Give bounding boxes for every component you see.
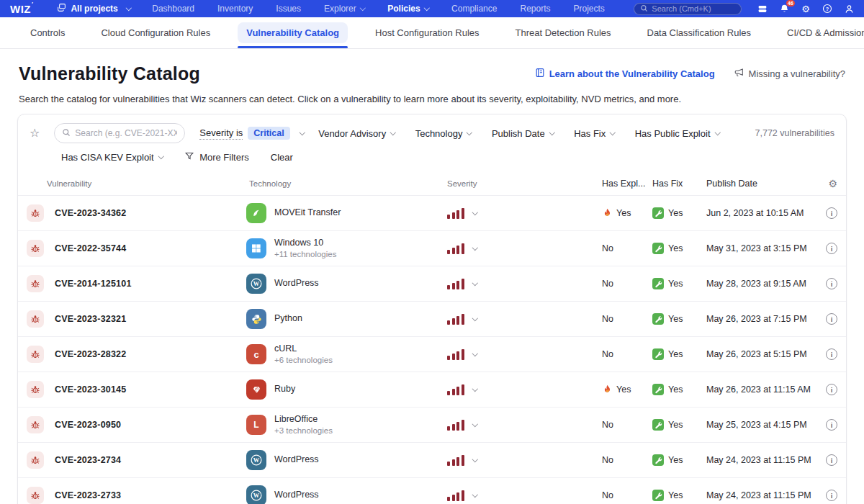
- table-row[interactable]: CVE-2023-34362 MOVEit Transfer Yes Yes J…: [18, 195, 846, 230]
- info-icon[interactable]: i: [826, 313, 837, 325]
- column-publish-date[interactable]: Publish Date: [706, 179, 816, 189]
- severity-cell[interactable]: [447, 420, 602, 431]
- search-icon: [640, 4, 648, 14]
- filter-technology[interactable]: Technology: [415, 128, 472, 139]
- table-row[interactable]: CVE-2023-2734 W WordPress No Yes May 24,…: [18, 442, 846, 477]
- nav-item-compliance[interactable]: Compliance: [451, 4, 497, 14]
- severity-cell[interactable]: [447, 349, 602, 360]
- info-icon[interactable]: i: [826, 348, 837, 360]
- column-vulnerability[interactable]: Vulnerability: [27, 179, 246, 188]
- cve-id[interactable]: CVE-2014-125101: [55, 279, 132, 289]
- filter-severity[interactable]: Severity is Critical: [199, 127, 304, 140]
- chevron-down-icon[interactable]: [472, 456, 477, 462]
- table-row[interactable]: CVE-2023-2733 W WordPress No Yes May 24,…: [18, 477, 846, 504]
- chevron-down-icon[interactable]: [472, 351, 477, 356]
- filter-has-public-exploit[interactable]: Has Public Exploit: [635, 128, 719, 139]
- help-icon[interactable]: ?: [822, 4, 832, 14]
- fix-wrench-icon: [652, 454, 664, 466]
- severity-cell[interactable]: [447, 384, 602, 395]
- has-fix-value: Yes: [668, 243, 683, 253]
- settings-gear-icon[interactable]: ⚙: [801, 4, 810, 14]
- tab-vulnerability-catalog[interactable]: Vulnerability Catalog: [238, 17, 348, 48]
- technology-extra-count: +6 technologies: [274, 355, 333, 365]
- cve-id[interactable]: CVE-2023-32321: [55, 314, 126, 324]
- favorite-star-icon[interactable]: ☆: [30, 127, 40, 139]
- global-search[interactable]: Search (Cmd+K): [634, 3, 742, 15]
- tab-threat-detection-rules[interactable]: Threat Detection Rules: [507, 17, 620, 48]
- wiz-logo[interactable]: WIZ′: [10, 3, 32, 15]
- project-selector[interactable]: All projects: [57, 3, 130, 14]
- severity-cell[interactable]: [447, 208, 602, 219]
- cve-id[interactable]: CVE-2023-2733: [55, 490, 121, 500]
- severity-value-pill[interactable]: Critical: [248, 127, 289, 140]
- column-settings-gear-icon[interactable]: ⚙: [828, 179, 837, 189]
- filter-vendor-advisory[interactable]: Vendor Advisory: [318, 128, 395, 139]
- tab-controls[interactable]: Controls: [22, 17, 73, 48]
- chevron-down-icon[interactable]: [472, 386, 477, 392]
- table-row[interactable]: CVE-2023-32321 Python No Yes May 26, 202…: [18, 301, 846, 336]
- severity-cell[interactable]: [447, 243, 602, 254]
- notifications-bell-icon[interactable]: 46: [780, 4, 789, 14]
- table-row[interactable]: CVE-2014-125101 W WordPress No Yes May 2…: [18, 266, 846, 301]
- severity-cell[interactable]: [447, 490, 602, 501]
- nav-item-dashboard[interactable]: Dashboard: [152, 4, 194, 14]
- filter-has-fix[interactable]: Has Fix: [574, 128, 615, 139]
- chevron-down-icon[interactable]: [472, 315, 477, 321]
- column-technology[interactable]: Technology: [246, 179, 447, 188]
- learn-link[interactable]: Learn about the Vulnerability Catalog: [535, 68, 715, 80]
- column-has-exploit[interactable]: Has Expl...: [602, 179, 652, 189]
- tab-data-classification-rules[interactable]: Data Classification Rules: [639, 17, 760, 48]
- cve-id[interactable]: CVE-2023-28322: [55, 349, 126, 359]
- info-icon[interactable]: i: [826, 207, 837, 219]
- cve-id[interactable]: CVE-2023-0950: [55, 420, 121, 430]
- catalog-search[interactable]: [54, 123, 185, 143]
- table-row[interactable]: CVE-2023-30145 Ruby Yes Yes May 26, 2023…: [18, 372, 846, 407]
- severity-cell[interactable]: [447, 455, 602, 466]
- wordpress-icon: W: [246, 485, 266, 504]
- user-profile-icon[interactable]: [845, 4, 854, 14]
- filter-has-cisa-kev-exploit[interactable]: Has CISA KEV Exploit: [61, 152, 163, 163]
- chevron-down-icon[interactable]: [472, 492, 477, 498]
- more-filters-button[interactable]: More Filters: [184, 151, 249, 163]
- tab-host-configuration-rules[interactable]: Host Configuration Rules: [366, 17, 488, 48]
- integrations-icon[interactable]: [757, 4, 768, 14]
- cve-id[interactable]: CVE-2023-34362: [55, 208, 126, 218]
- tab-ci-cd-admission-policies[interactable]: CI/CD & Admission Policies: [778, 17, 864, 48]
- nav-item-projects[interactable]: Projects: [574, 4, 605, 14]
- chevron-down-icon[interactable]: [472, 210, 477, 215]
- severity-cell[interactable]: [447, 279, 602, 289]
- catalog-search-input[interactable]: [75, 128, 177, 138]
- info-icon[interactable]: i: [826, 384, 837, 395]
- cve-id[interactable]: CVE-2023-2734: [55, 455, 121, 465]
- info-icon[interactable]: i: [826, 454, 837, 466]
- missing-vulnerability-link[interactable]: Missing a vulnerability?: [734, 68, 845, 80]
- nav-item-policies[interactable]: Policies: [387, 4, 428, 14]
- info-icon[interactable]: i: [826, 278, 837, 289]
- column-has-fix[interactable]: Has Fix: [652, 179, 706, 189]
- technology-extra-count: +3 technologies: [274, 426, 333, 436]
- nav-item-issues[interactable]: Issues: [276, 4, 301, 14]
- chevron-down-icon[interactable]: [472, 280, 477, 286]
- filter-publish-date[interactable]: Publish Date: [492, 128, 554, 139]
- cve-id[interactable]: CVE-2023-30145: [55, 384, 126, 395]
- info-icon[interactable]: i: [826, 490, 837, 501]
- info-icon[interactable]: i: [826, 419, 837, 431]
- vulnerability-bug-icon: [27, 310, 44, 328]
- column-severity[interactable]: Severity: [447, 179, 602, 188]
- publish-date: May 26, 2023 at 11:15 AM: [706, 384, 816, 395]
- nav-item-explorer[interactable]: Explorer: [324, 4, 364, 14]
- table-row[interactable]: CVE-2022-35744 Windows 10 +11 technologi…: [18, 230, 846, 266]
- nav-item-inventory[interactable]: Inventory: [217, 4, 253, 14]
- chevron-down-icon[interactable]: [472, 421, 477, 427]
- chevron-down-icon[interactable]: [472, 245, 477, 251]
- result-count: 7,772 vulnerabilities: [755, 128, 835, 138]
- info-icon[interactable]: i: [826, 243, 837, 254]
- table-row[interactable]: CVE-2023-28322 c cURL +6 technologies No…: [18, 336, 846, 372]
- severity-cell[interactable]: [447, 314, 602, 325]
- nav-item-reports[interactable]: Reports: [520, 4, 550, 14]
- has-exploit-value: Yes: [616, 384, 631, 395]
- table-row[interactable]: CVE-2023-0950 L LibreOffice +3 technolog…: [18, 407, 846, 442]
- clear-filters-button[interactable]: Clear: [271, 152, 293, 163]
- tab-cloud-configuration-rules[interactable]: Cloud Configuration Rules: [92, 17, 219, 48]
- cve-id[interactable]: CVE-2022-35744: [55, 243, 126, 253]
